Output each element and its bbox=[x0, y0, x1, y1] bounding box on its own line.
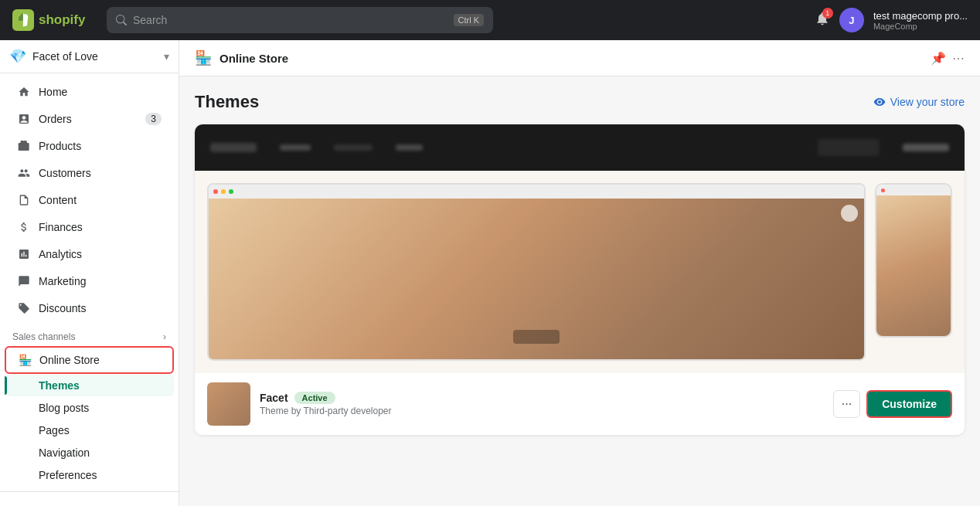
marketing-icon bbox=[17, 274, 31, 288]
view-store-button[interactable]: View your store bbox=[873, 96, 965, 108]
orders-icon bbox=[17, 112, 31, 126]
mobile-dot bbox=[881, 188, 885, 192]
sidebar-label-marketing: Marketing bbox=[39, 275, 86, 287]
nav-right: 1 J test magecomp pro... MageComp bbox=[815, 8, 968, 32]
finances-icon bbox=[17, 220, 31, 234]
screen-bar bbox=[209, 185, 864, 199]
avatar: J bbox=[839, 8, 864, 32]
settings-section: Settings bbox=[0, 491, 179, 506]
search-shortcut: Ctrl K bbox=[454, 14, 485, 26]
theme-more-button[interactable]: ··· bbox=[833, 390, 860, 418]
sidebar-item-finances[interactable]: Finances bbox=[5, 214, 174, 240]
desktop-screen-content bbox=[209, 199, 864, 359]
sidebar-item-discounts[interactable]: Discounts bbox=[5, 295, 174, 321]
sidebar-subitem-preferences[interactable]: Preferences bbox=[5, 464, 174, 486]
orders-badge: 3 bbox=[145, 113, 162, 125]
theme-name-row: Facet Active bbox=[260, 392, 824, 404]
sidebar-item-customers[interactable]: Customers bbox=[5, 160, 174, 186]
sidebar-sublabel-themes: Themes bbox=[39, 379, 80, 392]
sidebar-sublabel-preferences: Preferences bbox=[39, 469, 97, 481]
sidebar-subitem-blog-posts[interactable]: Blog posts bbox=[5, 397, 174, 419]
logo-text: shopify bbox=[39, 12, 85, 28]
search-input[interactable] bbox=[133, 14, 447, 26]
header-more-icon[interactable]: ⋯ bbox=[952, 51, 965, 66]
store-name: Facet of Love bbox=[32, 50, 158, 63]
sidebar-sublabel-navigation: Navigation bbox=[39, 447, 90, 459]
sidebar-subitem-themes[interactable]: Themes bbox=[5, 375, 174, 396]
more-dots-label: ··· bbox=[842, 397, 852, 410]
pin-icon[interactable]: 📌 bbox=[931, 51, 946, 66]
sidebar-subitem-navigation[interactable]: Navigation bbox=[5, 442, 174, 464]
shopify-logo: shopify bbox=[12, 9, 97, 31]
dot-green bbox=[229, 189, 233, 194]
sidebar-label-customers: Customers bbox=[39, 167, 91, 179]
discounts-icon bbox=[17, 301, 31, 315]
content-area: Themes View your store bbox=[179, 76, 980, 463]
store-selector[interactable]: 💎 Facet of Love ▾ bbox=[0, 40, 179, 73]
sidebar-item-home[interactable]: Home bbox=[5, 79, 174, 105]
page-header-icon: 🏪 bbox=[195, 49, 212, 66]
customers-icon bbox=[17, 166, 31, 180]
sidebar-label-home: Home bbox=[39, 86, 67, 98]
store-icon: 💎 bbox=[9, 48, 26, 65]
notifications-button[interactable]: 1 bbox=[815, 11, 830, 30]
dot-yellow bbox=[221, 189, 226, 194]
page-header: 🏪 Online Store 📌 ⋯ bbox=[179, 40, 980, 76]
sidebar-item-analytics[interactable]: Analytics bbox=[5, 241, 174, 267]
theme-name: Facet bbox=[260, 392, 288, 404]
sidebar-label-finances: Finances bbox=[39, 221, 83, 233]
search-bar[interactable]: Ctrl K bbox=[107, 7, 493, 33]
body-wrap: 💎 Facet of Love ▾ Home Orders 3 bbox=[0, 40, 980, 506]
main-content: 🏪 Online Store 📌 ⋯ Themes View your stor… bbox=[179, 40, 980, 506]
header-actions: 📌 ⋯ bbox=[931, 51, 965, 66]
sidebar-label-online-store: Online Store bbox=[39, 354, 100, 366]
customize-button[interactable]: Customize bbox=[866, 390, 952, 418]
expand-icon[interactable]: › bbox=[163, 331, 166, 342]
analytics-icon bbox=[17, 247, 31, 261]
user-name: test magecomp pro... bbox=[873, 10, 968, 22]
eye-icon bbox=[873, 96, 886, 108]
themes-header: Themes View your store bbox=[195, 92, 965, 112]
customize-label: Customize bbox=[882, 398, 937, 410]
sidebar-item-orders[interactable]: Orders 3 bbox=[5, 106, 174, 132]
theme-actions: ··· Customize bbox=[833, 390, 952, 418]
sidebar-item-content[interactable]: Content bbox=[5, 187, 174, 213]
sidebar-label-analytics: Analytics bbox=[39, 248, 82, 260]
sidebar-label-discounts: Discounts bbox=[39, 302, 86, 314]
sidebar-sublabel-blog-posts: Blog posts bbox=[39, 402, 89, 414]
mobile-screen-content bbox=[876, 195, 951, 336]
theme-preview-card: Facet Active Theme by Third-party develo… bbox=[195, 124, 965, 435]
sidebar-item-online-store[interactable]: 🏪 Online Store bbox=[5, 346, 174, 374]
theme-details: Facet Active Theme by Third-party develo… bbox=[260, 392, 824, 416]
theme-screens bbox=[195, 171, 965, 373]
dot-red bbox=[213, 189, 218, 194]
notification-badge: 1 bbox=[822, 8, 833, 19]
theme-active-badge: Active bbox=[294, 392, 335, 404]
sidebar-item-marketing[interactable]: Marketing bbox=[5, 268, 174, 294]
sales-channels-label: Sales channels › bbox=[0, 322, 179, 345]
sidebar-label-products: Products bbox=[39, 140, 81, 152]
user-store: MageComp bbox=[873, 22, 968, 31]
sidebar-subitem-pages[interactable]: Pages bbox=[5, 419, 174, 441]
user-info: test magecomp pro... MageComp bbox=[873, 10, 968, 31]
chevron-down-icon: ▾ bbox=[164, 50, 169, 63]
theme-thumbnail bbox=[207, 382, 250, 426]
search-icon bbox=[116, 15, 127, 25]
online-store-icon: 🏪 bbox=[19, 354, 32, 366]
page-header-title: Online Store bbox=[219, 52, 923, 65]
sidebar-item-products[interactable]: Products bbox=[5, 133, 174, 159]
themes-title: Themes bbox=[195, 92, 259, 112]
mobile-screen bbox=[875, 183, 952, 338]
sidebar-item-settings[interactable]: Settings bbox=[9, 499, 169, 506]
content-icon bbox=[17, 193, 31, 207]
sidebar-sublabel-pages: Pages bbox=[39, 424, 70, 436]
sidebar-label-orders: Orders bbox=[39, 113, 72, 125]
shopify-logo-icon bbox=[12, 9, 34, 31]
view-store-label: View your store bbox=[890, 96, 965, 108]
sidebar-label-content: Content bbox=[39, 194, 77, 206]
sidebar: 💎 Facet of Love ▾ Home Orders 3 bbox=[0, 40, 179, 506]
desktop-screen bbox=[207, 183, 866, 361]
home-icon bbox=[17, 85, 31, 99]
theme-info-row: Facet Active Theme by Third-party develo… bbox=[195, 373, 965, 435]
top-navigation: shopify Ctrl K 1 J test magecomp pro... … bbox=[0, 0, 980, 40]
